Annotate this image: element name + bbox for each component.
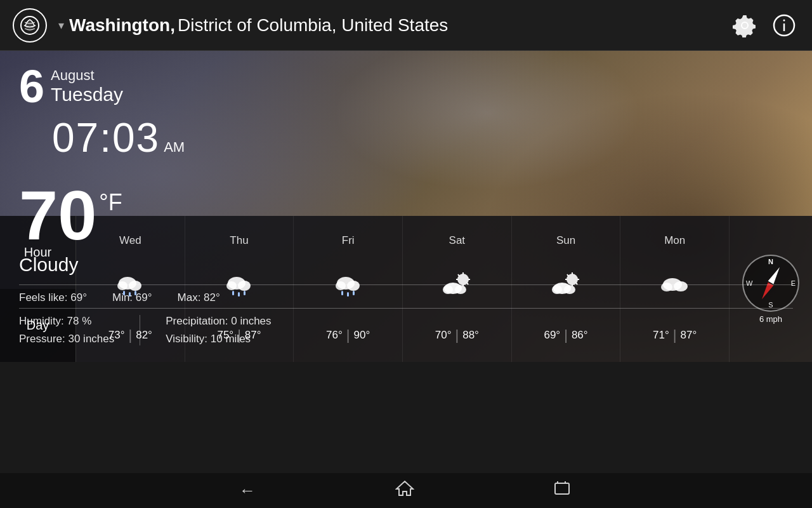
condition-label: Cloudy [19,254,793,276]
max-temp: Max: 82° [178,291,220,304]
stats-col-1: Humidity: 78 % Pressure: 30 inches [19,315,114,345]
feels-like: Feels like: 69° [19,291,87,304]
visibility: Visibility: 10 miles [166,333,271,345]
weather-content: 6 August Tuesday 07:03 AM 70 °F Cloudy F… [0,51,812,358]
humidity: Humidity: 78 % [19,315,114,328]
time-display: 07:03 [52,114,160,161]
temperature-value: 70 [19,180,96,250]
main-weather-area: 6 August Tuesday 07:03 AM 70 °F Cloudy F… [0,51,812,362]
info-button[interactable] [769,10,799,41]
settings-button[interactable] [730,10,760,41]
app-logo[interactable] [13,8,47,43]
date-block: 6 August Tuesday [19,64,793,109]
city-name: Washington, [69,15,175,36]
ampm-label: AM [164,139,185,156]
dropdown-arrow-icon: ▾ [58,18,64,32]
precipitation: Precipitation: 0 inches [166,315,271,328]
temperature-unit: °F [99,189,122,216]
location-area[interactable]: ▾ Washington, District of Columbia, Unit… [58,15,730,36]
weekday-label: Tuesday [51,84,123,105]
stats-col-2: Precipitation: 0 inches Visibility: 10 m… [166,315,271,345]
topbar: ▾ Washington, District of Columbia, Unit… [0,0,812,51]
system-navbar: ← [0,473,812,508]
day-number: 6 [19,64,44,109]
pressure: Pressure: 30 inches [19,333,114,345]
min-temp: Min: 69° [112,291,152,304]
divider [140,315,140,345]
home-button[interactable] [395,480,414,501]
svg-marker-45 [396,481,413,495]
top-icons [730,10,799,41]
temperature-block: 70 °F [19,180,793,250]
city-detail: District of Columbia, United States [178,15,448,36]
date-right: August Tuesday [51,64,123,105]
stats-row-2: Humidity: 78 % Pressure: 30 inches Preci… [19,308,793,345]
month-label: August [51,67,123,84]
svg-point-3 [783,19,785,21]
back-button[interactable]: ← [239,481,256,500]
time-block: 07:03 AM [52,114,793,161]
svg-rect-46 [555,483,569,494]
recents-button[interactable] [554,481,573,500]
stats-row-1: Feels like: 69° Min: 69° Max: 82° [19,284,793,304]
